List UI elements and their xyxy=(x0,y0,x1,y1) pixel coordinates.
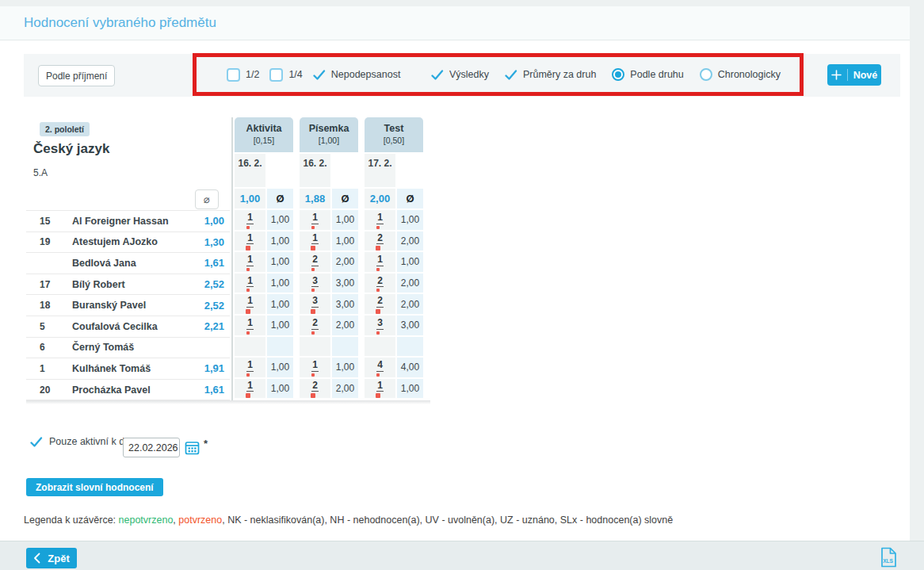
grade-cell[interactable]: 4 xyxy=(365,358,395,379)
svg-text:XLS: XLS xyxy=(883,558,893,564)
grade-cell[interactable]: 2 xyxy=(365,274,395,295)
grade-mark: 2 xyxy=(311,318,319,335)
radio-chronological[interactable]: Chronologicky xyxy=(700,68,781,81)
student-average: 1,61 xyxy=(181,384,230,396)
grade-cell[interactable]: 1 xyxy=(365,379,395,400)
grade-cell[interactable]: 3 xyxy=(300,274,330,295)
grade-type-weight: [0,15] xyxy=(235,136,293,145)
student-name: Al Foreigner Hassan xyxy=(70,216,181,227)
radio-by-type-label: Podle druhu xyxy=(630,69,683,80)
check-unsigned-label: Nepodepsanost xyxy=(331,69,401,80)
student-number: 5 xyxy=(26,321,70,332)
grade-cell[interactable]: 2 xyxy=(300,252,330,274)
student-row: 20 Procházka Pavel 1,61 xyxy=(26,380,230,401)
checkbox-half[interactable]: 1/2 xyxy=(227,68,259,82)
grade-value: 1 xyxy=(246,360,254,372)
radio-chronological-label: Chronologicky xyxy=(718,69,781,80)
new-grade-dot-icon xyxy=(311,373,315,377)
grade-row-cells xyxy=(300,337,358,358)
back-button[interactable]: Zpět xyxy=(26,548,77,568)
grade-row-cells: 1 1,00 xyxy=(235,379,293,400)
student-number: 1 xyxy=(26,363,70,374)
grade-average-cell: 1,00 xyxy=(397,210,423,231)
grade-type-column: Aktivita [0,15] 16. 2. 1,00 Ø 1 1,00 1 1… xyxy=(235,117,293,400)
new-grade-dot-icon xyxy=(311,226,315,229)
grade-mark: 1 xyxy=(311,360,319,377)
grade-cell[interactable]: 1 xyxy=(300,358,330,379)
new-button[interactable]: Nové xyxy=(827,64,881,86)
grade-cell[interactable] xyxy=(365,337,395,358)
grade-cell[interactable]: 1 xyxy=(235,358,265,379)
grade-cell[interactable]: 1 xyxy=(235,210,265,231)
checkbox-quarter[interactable]: 1/4 xyxy=(269,68,302,82)
grade-average-cell: 1,00 xyxy=(267,294,293,316)
grade-row-cells: 2 2,00 xyxy=(300,316,358,337)
grade-cell[interactable]: 1 xyxy=(300,231,330,253)
check-type-averages[interactable]: Průměry za druh xyxy=(505,69,596,80)
checkbox-half-label: 1/2 xyxy=(246,69,259,80)
grade-cell[interactable]: 3 xyxy=(365,316,395,337)
closure-legend: Legenda k uzávěrce: nepotvrzeno, potvrze… xyxy=(24,515,673,526)
grade-cell[interactable]: 1 xyxy=(235,379,265,400)
student-number: 17 xyxy=(26,279,70,290)
new-grade-dot-icon xyxy=(376,309,380,314)
average-toggle-button[interactable]: ⌀ xyxy=(195,189,219,209)
xls-export-icon[interactable]: XLS xyxy=(880,547,897,568)
grade-value: 3 xyxy=(311,276,319,288)
grade-type-name: Písemka xyxy=(300,123,358,134)
grade-value: 1 xyxy=(246,318,254,330)
grade-average-cell: 1,00 xyxy=(267,252,293,274)
grade-date-row: 16. 2. xyxy=(300,154,358,189)
grade-mark: 1 xyxy=(376,254,384,271)
check-icon xyxy=(431,70,444,80)
grade-average-row: 2,00 Ø xyxy=(365,189,423,210)
grade-cell[interactable]: 2 xyxy=(300,379,330,400)
grade-value: 1 xyxy=(311,233,319,245)
grade-cell[interactable]: 2 xyxy=(365,294,395,316)
grade-average-cell: 4,00 xyxy=(397,358,423,379)
radio-by-type[interactable]: Podle druhu xyxy=(612,68,683,81)
grade-cell[interactable]: 1 xyxy=(300,210,330,231)
check-results[interactable]: Výsledky xyxy=(431,69,489,80)
grade-value: 1 xyxy=(311,212,319,224)
empty-cell xyxy=(332,154,358,189)
grade-cell[interactable]: 1 xyxy=(235,316,265,337)
grade-mark: 1 xyxy=(246,381,254,399)
grade-cell[interactable]: 2 xyxy=(365,231,395,253)
grade-type-header[interactable]: Aktivita [0,15] xyxy=(235,117,293,152)
grade-cell[interactable]: 3 xyxy=(300,294,330,316)
grade-cell[interactable]: 1 xyxy=(365,210,395,231)
grade-date-row: 16. 2. xyxy=(235,154,293,189)
legend-prefix: Legenda k uzávěrce: xyxy=(24,515,119,526)
page-title: Hodnocení vybraného předmětu xyxy=(24,6,216,40)
chevron-down-icon xyxy=(107,72,108,80)
grade-average-cell: 2,00 xyxy=(332,252,358,274)
new-grade-dot-icon xyxy=(311,268,315,271)
grade-cell[interactable]: 2 xyxy=(300,316,330,337)
grade-cell[interactable]: 1 xyxy=(235,294,265,316)
date-input[interactable] xyxy=(123,438,180,457)
check-unsigned[interactable]: Nepodepsanost xyxy=(313,69,401,80)
grade-cell[interactable]: 1 xyxy=(365,252,395,274)
grade-table: 2. pololetí Český jazyk 5.A ⌀ 15 Al Fore… xyxy=(26,117,423,400)
calendar-icon[interactable] xyxy=(185,440,200,455)
show-verbal-button[interactable]: Zobrazit slovní hodnocení xyxy=(26,478,163,496)
grade-cell[interactable] xyxy=(235,337,265,358)
grade-type-header[interactable]: Test [0,50] xyxy=(365,117,423,152)
grade-type-weight: [0,50] xyxy=(365,136,423,145)
grade-cell[interactable] xyxy=(300,337,330,358)
grade-cell[interactable]: 1 xyxy=(235,274,265,295)
students-panel: 2. pololetí Český jazyk 5.A ⌀ 15 Al Fore… xyxy=(26,117,230,400)
grade-average-cell: 1,00 xyxy=(267,358,293,379)
sort-dropdown[interactable]: Podle příjmení xyxy=(38,65,115,86)
grade-row-cells: 3 3,00 xyxy=(365,316,423,337)
grade-cell[interactable]: 1 xyxy=(235,231,265,253)
grade-value: 2 xyxy=(376,296,384,308)
grade-row-cells: 1 1,00 xyxy=(365,252,423,274)
table-shadow xyxy=(26,400,430,404)
new-grade-dot-icon xyxy=(311,246,315,251)
grade-mark: 2 xyxy=(311,254,319,271)
new-grade-dot-icon xyxy=(376,289,380,292)
grade-cell[interactable]: 1 xyxy=(235,252,265,274)
grade-type-header[interactable]: Písemka [1,00] xyxy=(300,117,358,152)
